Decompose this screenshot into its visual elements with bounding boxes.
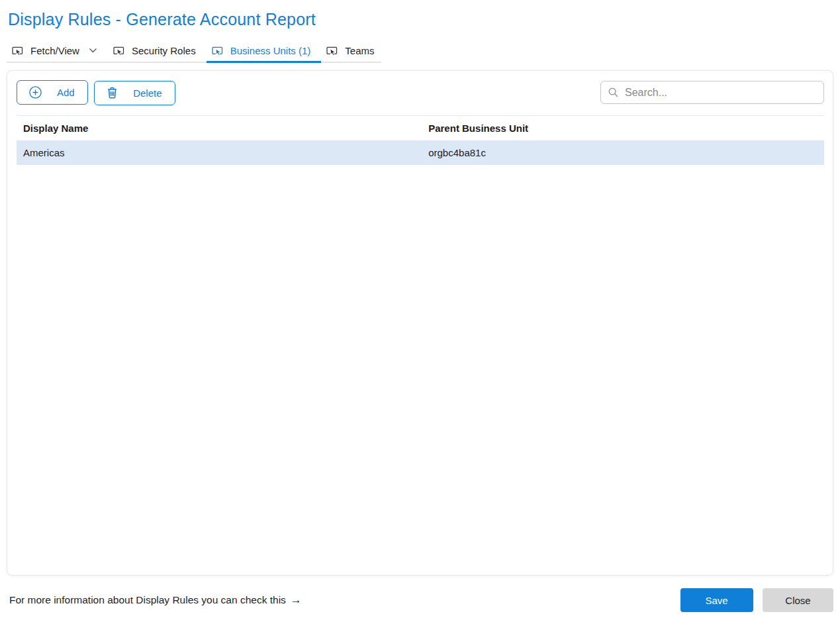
trash-icon (106, 86, 118, 99)
toolbar: Add Delete (17, 80, 824, 105)
search-icon (608, 87, 619, 98)
footer-buttons: Save Close (680, 588, 833, 612)
delete-button-label: Delete (133, 87, 162, 99)
info-link-arrow[interactable]: → (291, 594, 302, 607)
footer-info: For more information about Display Rules… (9, 594, 302, 607)
chevron-down-icon (89, 48, 97, 54)
cursor-select-icon (212, 45, 223, 56)
add-button-label: Add (57, 87, 75, 98)
add-circle-icon (28, 85, 42, 99)
table-header-row: Display Name Parent Business Unit (17, 116, 824, 140)
tab-fetch-view[interactable]: Fetch/View (7, 40, 108, 62)
column-header-display-name: Display Name (17, 123, 428, 134)
business-units-table: Display Name Parent Business Unit Americ… (17, 115, 824, 165)
cell-display-name: Americas (17, 147, 428, 158)
tab-business-units[interactable]: Business Units (1) (207, 40, 322, 62)
cursor-select-icon (113, 45, 124, 56)
footer-info-text: For more information about Display Rules… (9, 594, 286, 606)
column-header-parent-business-unit: Parent Business Unit (428, 123, 824, 134)
save-button[interactable]: Save (680, 588, 753, 612)
tab-security-roles[interactable]: Security Roles (108, 40, 207, 62)
delete-button[interactable]: Delete (94, 81, 175, 105)
tab-strip: Fetch/View Security Roles Business Units… (7, 40, 381, 63)
tab-label: Teams (345, 45, 374, 56)
footer: For more information about Display Rules… (0, 576, 840, 612)
tab-label: Security Roles (132, 45, 196, 56)
content-panel: Add Delete Display Name Parent Business … (7, 70, 833, 576)
tab-label: Business Units (1) (230, 45, 311, 56)
page-title: Display Rules - Generate Account Report (8, 10, 840, 29)
toolbar-buttons: Add Delete (17, 80, 179, 105)
add-button[interactable]: Add (17, 80, 88, 105)
cursor-select-icon (12, 45, 23, 56)
search-box (600, 81, 824, 104)
table-row[interactable]: Americas orgbc4ba81c (17, 140, 824, 165)
cell-parent-business-unit: orgbc4ba81c (428, 147, 824, 158)
search-input[interactable] (625, 87, 817, 99)
tab-label: Fetch/View (30, 45, 79, 56)
cursor-select-icon (326, 45, 338, 56)
tab-teams[interactable]: Teams (321, 40, 385, 62)
close-button[interactable]: Close (763, 588, 833, 612)
